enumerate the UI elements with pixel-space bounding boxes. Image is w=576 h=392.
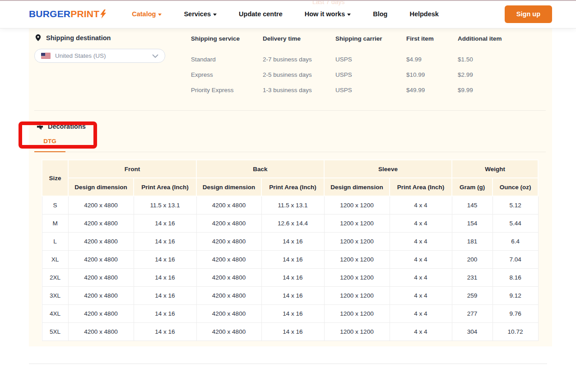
nav-item-label: Helpdesk <box>409 10 438 18</box>
table-cell: 4200 x 4800 <box>196 304 261 322</box>
table-cell: 4 x 4 <box>390 250 452 268</box>
size-cell: M <box>42 214 68 232</box>
nav-item-blog[interactable]: Blog <box>373 10 387 18</box>
country-select[interactable]: United States (US) <box>34 49 165 63</box>
shipping-section: Shipping destination United States (US) … <box>34 33 546 93</box>
table-row: S4200 x 480011.5 x 13.14200 x 480011.5 x… <box>42 196 538 214</box>
table-cell: 4200 x 4800 <box>196 268 261 286</box>
svc-cell: USPS <box>335 47 406 63</box>
col-header-sleeve-print: Print Area (Inch) <box>390 178 452 196</box>
size-cell: 3XL <box>42 286 68 304</box>
location-pin-icon <box>34 33 42 42</box>
group-header-back: Back <box>196 160 324 178</box>
col-header-back-print: Print Area (Inch) <box>261 178 324 196</box>
nav-item-label: Update centre <box>239 10 283 18</box>
logo-text-burger: BURGER <box>29 9 70 19</box>
table-row: M4200 x 480014 x 164200 x 480012.6 x 14.… <box>42 214 538 232</box>
table-cell: 14 x 16 <box>261 304 324 322</box>
table-cell: 14 x 16 <box>261 286 324 304</box>
burgerprints-logo[interactable]: BURGERPRINT <box>29 9 107 19</box>
table-cell: 11.5 x 13.1 <box>261 196 324 214</box>
table-cell: 10.72 <box>492 322 538 341</box>
svc-cell: $2.99 <box>458 63 546 78</box>
table-row: XL4200 x 480014 x 164200 x 480014 x 1612… <box>42 250 538 268</box>
brush-icon <box>36 123 44 130</box>
svc-cell: Standard <box>191 47 263 63</box>
table-row: 3XL4200 x 480014 x 164200 x 480014 x 161… <box>42 286 538 304</box>
table-cell: 1200 x 1200 <box>324 304 390 322</box>
size-cell: XL <box>42 250 68 268</box>
table-cell: 4200 x 4800 <box>68 196 134 214</box>
svc-header-carrier: Shipping carrier <box>335 35 406 47</box>
table-cell: 4200 x 4800 <box>68 286 134 304</box>
chevron-down-icon <box>152 52 158 60</box>
tab-dtg[interactable]: DTG <box>34 138 65 152</box>
nav-item-how-it-works[interactable]: How it works <box>305 10 351 18</box>
footer-divider <box>29 364 547 364</box>
svc-header-first: First item <box>406 35 458 47</box>
table-cell: 304 <box>452 322 492 341</box>
table-cell: 4 x 4 <box>390 322 452 341</box>
table-cell: 14 x 16 <box>134 304 196 322</box>
table-cell: 14 x 16 <box>134 232 196 250</box>
shipping-services-table: Shipping service Delivery time Shipping … <box>191 33 546 93</box>
table-cell: 5.44 <box>492 214 538 232</box>
table-cell: 4200 x 4800 <box>68 232 134 250</box>
table-cell: 181 <box>452 232 492 250</box>
logo-text-print: PRINT <box>70 9 99 19</box>
table-cell: 4200 x 4800 <box>196 286 261 304</box>
table-cell: 231 <box>452 268 492 286</box>
svc-header-addl: Additional item <box>458 35 546 47</box>
table-cell: 4200 x 4800 <box>68 214 134 232</box>
table-cell: 4200 x 4800 <box>196 196 261 214</box>
decorations-title: Decorations <box>48 123 86 130</box>
table-cell: 1200 x 1200 <box>324 250 390 268</box>
table-cell: 4 x 4 <box>390 196 452 214</box>
group-header-front: Front <box>68 160 196 178</box>
table-cell: 11.5 x 13.1 <box>134 196 196 214</box>
us-flag-icon <box>41 53 51 59</box>
svc-cell: $49.99 <box>406 78 458 93</box>
table-cell: 1200 x 1200 <box>324 268 390 286</box>
nav-item-label: How it works <box>305 10 345 18</box>
svc-cell: $4.99 <box>406 47 458 63</box>
nav-menu: CatalogServicesUpdate centreHow it works… <box>132 10 439 18</box>
table-cell: 4200 x 4800 <box>196 250 261 268</box>
table-cell: 14 x 16 <box>134 214 196 232</box>
table-cell: 14 x 16 <box>261 232 324 250</box>
col-header-gram: Gram (g) <box>452 178 492 196</box>
nav-item-label: Blog <box>373 10 387 18</box>
caret-down-icon <box>158 14 162 16</box>
col-header-front-design: Design dimension <box>68 178 134 196</box>
size-cell: 5XL <box>42 322 68 341</box>
group-header-weight: Weight <box>452 160 538 178</box>
size-cell: 4XL <box>42 304 68 322</box>
svc-cell: 1-3 business days <box>263 78 335 93</box>
nav-item-helpdesk[interactable]: Helpdesk <box>409 10 438 18</box>
table-cell: 154 <box>452 214 492 232</box>
nav-item-update-centre[interactable]: Update centre <box>239 10 283 18</box>
nav-item-services[interactable]: Services <box>184 10 217 18</box>
table-cell: 145 <box>452 196 492 214</box>
col-header-front-print: Print Area (Inch) <box>134 178 196 196</box>
table-cell: 4200 x 4800 <box>68 304 134 322</box>
size-cell: L <box>42 232 68 250</box>
shipping-destination-block: Shipping destination United States (US) <box>34 33 191 93</box>
nav-item-catalog[interactable]: Catalog <box>132 10 162 18</box>
table-cell: 4200 x 4800 <box>196 214 261 232</box>
country-select-value: United States (US) <box>55 52 152 59</box>
decorations-header: Decorations <box>34 123 546 130</box>
sign-up-button[interactable]: Sign up <box>505 5 552 23</box>
table-cell: 5.12 <box>492 196 538 214</box>
col-header-back-design: Design dimension <box>196 178 261 196</box>
svc-cell: 2-5 business days <box>263 63 335 78</box>
svc-cell: $1.50 <box>458 47 546 63</box>
svc-cell: Priority Express <box>191 78 263 93</box>
svc-cell: USPS <box>335 78 406 93</box>
table-cell: 200 <box>452 250 492 268</box>
table-cell: 259 <box>452 286 492 304</box>
table-cell: 14 x 16 <box>134 286 196 304</box>
table-cell: 14 x 16 <box>261 322 324 341</box>
table-cell: 8.16 <box>492 268 538 286</box>
table-cell: 1200 x 1200 <box>324 286 390 304</box>
